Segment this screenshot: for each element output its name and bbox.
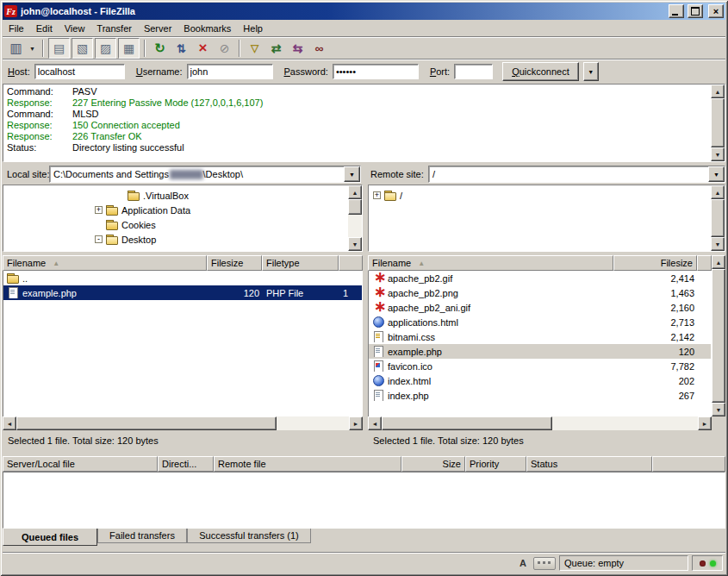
file-row[interactable]: favicon.ico7,782	[369, 359, 711, 373]
column-header-filesize[interactable]: Filesize	[613, 255, 697, 271]
menu-view[interactable]: View	[59, 22, 91, 35]
remote-site-dropdown-icon[interactable]: ▼	[708, 166, 725, 182]
file-row[interactable]: apache_pb2_ani.gif2,160	[369, 300, 711, 315]
tab-queued-files[interactable]: Queued files	[3, 529, 97, 546]
scrollbar-thumb[interactable]	[16, 416, 277, 430]
tree-expander[interactable]: -	[95, 235, 103, 243]
file-row[interactable]: ..	[3, 271, 362, 285]
queue-list[interactable]	[3, 472, 725, 529]
title-bar: Fz john@localhost - FileZilla ×	[3, 3, 725, 20]
tree-item[interactable]: -Desktop	[3, 232, 362, 247]
scroll-up-icon[interactable]: ▲	[712, 255, 725, 269]
queue-column-server-local-file[interactable]: Server/Local file	[3, 456, 158, 472]
process-queue-button[interactable]	[171, 39, 191, 58]
refresh-button[interactable]	[150, 39, 170, 58]
column-header-filename[interactable]: Filename	[368, 255, 613, 271]
menu-bookmarks[interactable]: Bookmarks	[177, 22, 237, 35]
scroll-right-icon[interactable]: ►	[698, 416, 712, 430]
sync-browsing-button[interactable]	[288, 39, 308, 58]
find-button[interactable]	[309, 39, 329, 58]
queue-column-priority[interactable]: Priority	[465, 456, 526, 472]
tree-expander[interactable]: +	[373, 191, 381, 199]
menu-transfer[interactable]: Transfer	[90, 22, 138, 35]
tree-item[interactable]: +/	[369, 188, 725, 203]
menu-file[interactable]: File	[3, 22, 30, 35]
username-input[interactable]	[187, 64, 273, 79]
local-tree-scrollbar[interactable]: ▲ ▼	[348, 185, 362, 251]
host-input[interactable]	[34, 64, 125, 79]
site-manager-button[interactable]	[6, 39, 26, 58]
speed-limit-icon[interactable]	[533, 557, 556, 570]
scroll-down-icon[interactable]: ▼	[711, 237, 725, 251]
remote-tree-scrollbar[interactable]: ▲ ▼	[711, 185, 725, 251]
scrollbar-thumb[interactable]	[711, 199, 725, 237]
tree-item[interactable]: .VirtualBox	[3, 188, 362, 203]
filter-button[interactable]	[245, 39, 264, 58]
queue-column-remote-file[interactable]: Remote file	[214, 456, 401, 472]
tree-expander[interactable]: +	[95, 206, 103, 214]
queue-column-direction[interactable]: Directi...	[158, 456, 214, 472]
toggle-queue-button[interactable]	[118, 38, 140, 59]
port-input[interactable]	[454, 64, 493, 79]
close-button[interactable]: ×	[708, 4, 724, 18]
scroll-up-icon[interactable]: ▲	[711, 185, 725, 199]
scrollbar-thumb[interactable]	[712, 269, 725, 403]
scroll-up-icon[interactable]: ▲	[348, 185, 362, 199]
file-modified: 1	[339, 288, 362, 298]
local-list-hscrollbar[interactable]: ◄ ►	[3, 416, 363, 430]
menu-help[interactable]: Help	[237, 22, 269, 35]
column-header-filesize[interactable]: Filesize	[207, 255, 262, 271]
remote-list-hscrollbar[interactable]: ◄ ►	[368, 416, 712, 430]
remote-list-scrollbar[interactable]: ▲ ▼	[712, 255, 725, 416]
quickconnect-dropdown-button[interactable]: ▼	[583, 62, 599, 81]
menu-server[interactable]: Server	[138, 22, 177, 35]
scroll-down-icon[interactable]: ▼	[712, 403, 725, 416]
menu-edit[interactable]: Edit	[30, 22, 59, 35]
toggle-log-button[interactable]	[48, 38, 70, 59]
disconnect-button[interactable]	[215, 39, 234, 58]
file-row[interactable]: index.html202	[369, 373, 711, 388]
transfer-type-icon[interactable]: A	[516, 557, 530, 570]
log-scrollbar[interactable]: ▲ ▼	[711, 85, 725, 161]
minimize-button[interactable]	[669, 4, 684, 18]
tree-item[interactable]: +Application Data	[3, 203, 362, 217]
scrollbar-thumb[interactable]	[348, 199, 362, 215]
queue-column-status[interactable]: Status	[526, 456, 652, 472]
remote-site-combobox[interactable]: / ▼	[428, 166, 725, 183]
maximize-button[interactable]	[688, 4, 703, 18]
log-line-text: 226 Transfer OK	[72, 131, 142, 142]
file-row-selected[interactable]: example.php120	[369, 344, 711, 359]
tree-item[interactable]: Cookies	[3, 217, 362, 232]
quickconnect-button[interactable]: Quickconnect	[502, 62, 579, 81]
tab-successful-transfers[interactable]: Successful transfers (1)	[187, 529, 311, 543]
file-row[interactable]: index.php267	[369, 388, 711, 403]
file-row[interactable]: bitnami.css2,142	[369, 329, 711, 344]
site-manager-dropdown-button[interactable]	[27, 39, 38, 58]
local-site-dropdown-icon[interactable]: ▼	[344, 166, 360, 182]
scrollbar-thumb[interactable]	[711, 98, 725, 147]
toggle-remote-tree-button[interactable]	[95, 38, 116, 59]
log-line-text: 150 Connection accepted	[72, 120, 180, 131]
queue-column-size[interactable]: Size	[401, 456, 465, 472]
local-site-combobox[interactable]: C:\Documents and Settings███████\Desktop…	[49, 166, 361, 183]
filezilla-window: Fz john@localhost - FileZilla × File Edi…	[0, 0, 728, 576]
scroll-right-icon[interactable]: ►	[349, 416, 363, 430]
scroll-down-icon[interactable]: ▼	[348, 237, 362, 251]
file-row[interactable]: apache_pb2.png1,463	[369, 285, 711, 300]
scroll-up-icon[interactable]: ▲	[711, 85, 725, 98]
compare-button[interactable]	[266, 39, 286, 58]
file-row[interactable]: apache_pb2.gif2,414	[369, 271, 711, 285]
scroll-left-icon[interactable]: ◄	[3, 416, 16, 430]
column-header-filename[interactable]: Filename	[3, 255, 207, 271]
scrollbar-thumb[interactable]	[382, 416, 552, 430]
scroll-left-icon[interactable]: ◄	[368, 416, 382, 430]
toggle-local-tree-button[interactable]	[72, 38, 93, 59]
cancel-button[interactable]	[193, 39, 213, 58]
file-name: bitnami.css	[388, 332, 435, 342]
scroll-down-icon[interactable]: ▼	[711, 147, 725, 161]
file-row-selected[interactable]: example.php 120 PHP File 1	[3, 285, 362, 300]
column-header-filetype[interactable]: Filetype	[262, 255, 339, 271]
tab-failed-transfers[interactable]: Failed transfers	[97, 529, 187, 543]
file-row[interactable]: applications.html2,713	[369, 315, 711, 329]
password-input[interactable]	[333, 64, 419, 79]
